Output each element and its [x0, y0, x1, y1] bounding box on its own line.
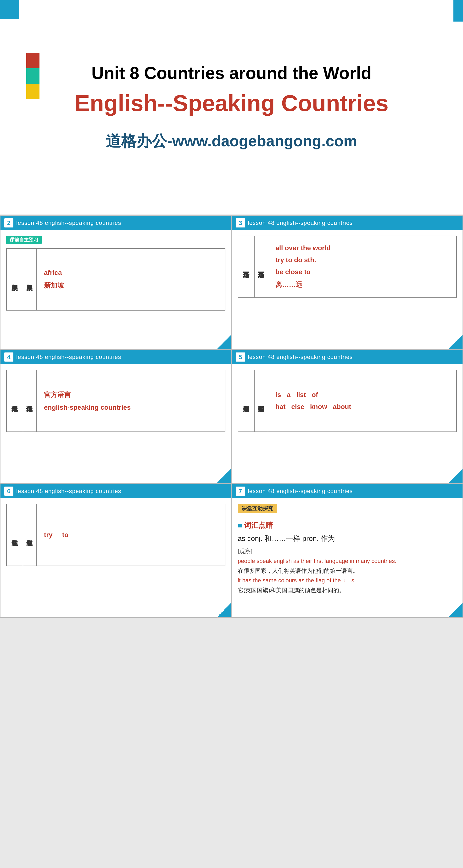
- slide-3-left-label1: 短语互译: [238, 236, 255, 298]
- slide-6-left-label1: 句型在线: [7, 504, 23, 565]
- corner-tr-decoration: [454, 0, 463, 22]
- slide-4-content-box: 短语互译 短语互译 官方语言 english-speaking countrie…: [6, 370, 225, 432]
- slide-4-content-right: 官方语言 english-speaking countries: [37, 370, 225, 432]
- slide-6-body: 句型在线 句型在线 try to: [0, 498, 231, 613]
- website-text: 道格办公-www.daogebangong.com: [106, 131, 357, 152]
- title-slide: Unit 8 Countries around the World Englis…: [0, 0, 463, 216]
- slide-5-r2-c2: else: [291, 403, 304, 411]
- slide-4-body: 短语互译 短语互译 官方语言 english-speaking countrie…: [0, 364, 231, 479]
- observe-line-3: it has the same colours as the flag of t…: [238, 576, 457, 585]
- slide-3-left-label2: 短语互译: [255, 236, 268, 298]
- slide-5: 5 lesson 48 english--speaking countries …: [232, 350, 463, 484]
- slide-2-item-1: africa: [44, 269, 218, 277]
- slide-6-left-label2: 句型在线: [23, 504, 37, 565]
- sub-title: English--Speaking Countries: [74, 90, 388, 116]
- slide-6-num: 6: [4, 487, 13, 496]
- observe-box-7: [观察] people speak english as their first…: [238, 547, 457, 595]
- slide-2-left-label2: 单词闯关: [23, 249, 37, 310]
- slide-5-r1-c1: is: [275, 391, 281, 399]
- slide-2: 2 lesson 48 english--speaking countries …: [0, 216, 232, 350]
- slide-3-accent: [448, 335, 463, 349]
- slide-5-num: 5: [236, 352, 245, 362]
- slide-2-header: 2 lesson 48 english--speaking countries: [0, 216, 231, 230]
- slide-6-title: lesson 48 english--speaking countries: [16, 488, 121, 494]
- slide-5-body: 句型在线 句型在线 is a list of hat else know abo…: [232, 364, 463, 479]
- slide-7-accent: [448, 603, 463, 617]
- slide-5-left-label1: 句型在线: [238, 370, 255, 432]
- slide-4-item-2: english-speaking countries: [44, 404, 218, 411]
- slide-4-num: 4: [4, 352, 13, 362]
- slide-4-header: 4 lesson 48 english--speaking countries: [0, 350, 231, 364]
- slide-2-title: lesson 48 english--speaking countries: [16, 220, 121, 226]
- corner-tl-decoration: [0, 0, 19, 19]
- slide-6-try: try: [44, 531, 53, 539]
- slide-3-title: lesson 48 english--speaking countries: [248, 220, 353, 226]
- vocab-title-7: 词汇点睛: [238, 521, 457, 530]
- slide-5-r1-c4: of: [312, 391, 318, 399]
- observe-label: [观察]: [238, 548, 253, 554]
- slide-4-item-1: 官方语言: [44, 390, 218, 399]
- observe-line-2: 在很多国家，人们将英语作为他们的第一语言。: [238, 566, 457, 576]
- slide-3-item-4: 离……远: [275, 280, 449, 289]
- slide-6-accent: [217, 603, 231, 617]
- slide-2-accent: [217, 335, 231, 349]
- slide-3-content-right: all over the world try to do sth. be clo…: [268, 236, 456, 298]
- slide-4: 4 lesson 48 english--speaking countries …: [0, 350, 232, 484]
- slide-7: 7 lesson 48 english--speaking countries …: [232, 484, 463, 618]
- slide-5-content-box: 句型在线 句型在线 is a list of hat else know abo…: [238, 370, 457, 432]
- observe-line-4: 它(英国国旗)和美国国旗的颜色是相同的。: [238, 585, 457, 595]
- slide-4-left-label1: 短语互译: [7, 370, 23, 432]
- color-blocks-decoration: [26, 53, 39, 99]
- slide-6-content-box: 句型在线 句型在线 try to: [6, 504, 225, 566]
- slide-5-row1: is a list of: [275, 391, 449, 399]
- slide-5-accent: [448, 469, 463, 483]
- slide-3-body: 短语互译 短语互译 all over the world try to do s…: [232, 230, 463, 345]
- slide-3-item-1: all over the world: [275, 244, 449, 252]
- slide-5-content-right: is a list of hat else know about: [268, 370, 456, 432]
- slide-6-header: 6 lesson 48 english--speaking countries: [0, 484, 231, 498]
- slide-7-header: 7 lesson 48 english--speaking countries: [232, 484, 463, 498]
- slide-5-row2: hat else know about: [275, 403, 449, 411]
- slide-5-r1-c2: a: [287, 391, 291, 399]
- slide-5-left-label2: 句型在线: [255, 370, 268, 432]
- slide-5-r2-c1: hat: [275, 403, 286, 411]
- slide-7-title: lesson 48 english--speaking countries: [248, 488, 353, 494]
- slide-3-item-2: try to do sth.: [275, 256, 449, 264]
- slide-2-body: 课前自主预习 单词闯关 单词闯关 africa 新加坡: [0, 230, 231, 345]
- slide-5-r1-c3: list: [296, 391, 306, 399]
- slide-4-accent: [217, 469, 231, 483]
- main-title: Unit 8 Countries around the World: [91, 63, 372, 83]
- slide-4-left-label2: 短语互译: [23, 370, 37, 432]
- slide-3-header: 3 lesson 48 english--speaking countries: [232, 216, 463, 230]
- slide-3-content-box: 短语互译 短语互译 all over the world try to do s…: [238, 236, 457, 298]
- slides-grid: 2 lesson 48 english--speaking countries …: [0, 216, 463, 618]
- slide-2-content-right: africa 新加坡: [37, 249, 225, 310]
- vocab-line-7: as conj. 和……一样 pron. 作为: [238, 534, 457, 544]
- vocab-as-text: as conj. 和……一样 pron. 作为: [238, 534, 335, 542]
- slide-2-item-2: 新加坡: [44, 281, 218, 290]
- slide-5-header: 5 lesson 48 english--speaking countries: [232, 350, 463, 364]
- slide-5-r2-c3: know: [310, 403, 327, 411]
- slide-6: 6 lesson 48 english--speaking countries …: [0, 484, 232, 618]
- slide-5-title: lesson 48 english--speaking countries: [248, 354, 353, 360]
- slide-6-content-right: try to: [37, 504, 225, 565]
- slide-6-row1: try to: [44, 531, 218, 539]
- slide-2-content-box: 单词闯关 单词闯关 africa 新加坡: [6, 248, 225, 311]
- slide-5-r2-c4: about: [333, 403, 351, 411]
- slide-7-body: 课堂互动探究 词汇点睛 as conj. 和……一样 pron. 作为 [观察]…: [232, 498, 463, 613]
- observe-line-1: people speak english as their first lang…: [238, 556, 457, 566]
- slide-2-num: 2: [4, 218, 13, 227]
- slide-2-left-label1: 单词闯关: [7, 249, 23, 310]
- slide-3-num: 3: [236, 218, 245, 227]
- slide-3-item-3: be close to: [275, 268, 449, 276]
- slide-7-num: 7: [236, 487, 245, 496]
- vocab-section-7: 词汇点睛 as conj. 和……一样 pron. 作为 [观察] people…: [238, 521, 457, 595]
- pre-tag-2: 课前自主预习: [6, 236, 42, 244]
- classroom-tag-7: 课堂互动探究: [238, 504, 277, 514]
- slide-6-to: to: [62, 531, 68, 539]
- slide-4-title: lesson 48 english--speaking countries: [16, 354, 121, 360]
- slide-3: 3 lesson 48 english--speaking countries …: [232, 216, 463, 350]
